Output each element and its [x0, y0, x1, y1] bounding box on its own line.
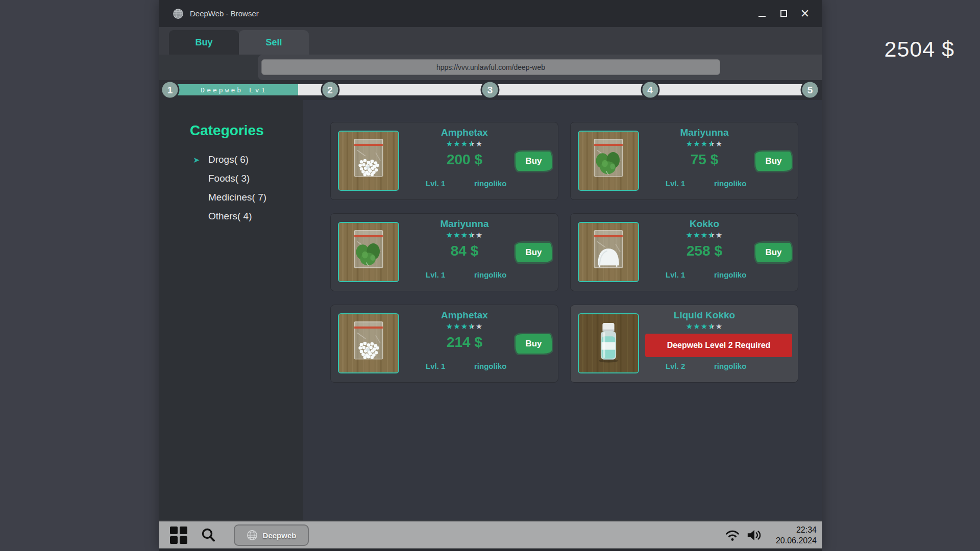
taskbar: Deepweb 22:34 20.06.2024: [159, 520, 822, 548]
buy-button[interactable]: Buy: [516, 152, 552, 171]
product-grid: Amphetax ★★★★★★ 200 $ Buy Lvl. 1 ringoli…: [330, 122, 798, 383]
product-seller: ringoliko: [714, 362, 746, 370]
maximize-icon: [780, 10, 787, 17]
product-name: Amphetax: [399, 127, 530, 138]
category-label: Drogs( 6): [208, 154, 249, 165]
level-step-5: 5: [801, 81, 820, 99]
categories-list: ➤ Drogs( 6) ➤ Foods( 3) ➤ Medicines( 7) …: [159, 150, 303, 226]
minimize-button[interactable]: [756, 8, 768, 19]
level-required-banner: Deepweb Level 2 Required: [645, 334, 792, 357]
product-seller: ringoliko: [714, 270, 746, 279]
deepweb-browser-window: DeepWeb - Browser ✕ Buy Sell hpps://vvv.…: [159, 0, 822, 551]
tab-sell[interactable]: Sell: [239, 30, 309, 55]
product-level: Lvl. 2: [666, 362, 685, 370]
product-level: Lvl. 1: [666, 270, 685, 279]
buy-button[interactable]: Buy: [755, 152, 792, 171]
product-price: 75 $: [639, 152, 770, 168]
product-level: Lvl. 1: [426, 270, 445, 279]
product-card: Mariyunna ★★★★★★ 84 $ Buy Lvl. 1 ringoli…: [330, 213, 558, 291]
screen-bottom-edge: [159, 548, 822, 551]
globe-icon: [173, 8, 184, 19]
level-step-4: 4: [641, 81, 659, 99]
level-label: Deepweb Lv1: [201, 86, 267, 94]
taskbar-app-deepweb[interactable]: Deepweb: [234, 524, 309, 546]
deepweb-level-row: Deepweb Lv1 1 2 3 4 5: [159, 80, 822, 100]
level-progress-track: Deepweb Lv1 1 2 3 4 5: [170, 84, 810, 95]
address-band: hpps://vvv.unlawful.com/deep-web: [159, 55, 822, 80]
product-price: 258 $: [639, 243, 770, 259]
product-price: 84 $: [399, 243, 530, 259]
rating-stars: ★★★★★★: [639, 322, 770, 331]
rating-stars: ★★★★★★: [639, 139, 770, 148]
category-item-others[interactable]: ➤ Others( 4): [159, 207, 303, 226]
product-name: Mariyunna: [399, 218, 530, 230]
product-level: Lvl. 1: [426, 179, 445, 188]
rating-stars: ★★★★★★: [399, 322, 530, 331]
level-step-2: 2: [321, 81, 339, 99]
product-name: Amphetax: [399, 310, 530, 321]
product-level: Lvl. 1: [426, 362, 445, 370]
start-grid-icon: [170, 536, 178, 544]
close-button[interactable]: ✕: [799, 8, 811, 19]
product-name: Liquid Kokko: [639, 310, 770, 321]
clock-date: 20.06.2024: [776, 535, 817, 546]
product-listing: Amphetax ★★★★★★ 200 $ Buy Lvl. 1 ringoli…: [303, 100, 822, 520]
maximize-button[interactable]: [778, 8, 789, 19]
globe-icon: [247, 530, 258, 541]
selected-arrow-icon: ➤: [193, 155, 200, 164]
level-progress-fill: Deepweb Lv1: [170, 84, 298, 95]
page-content: Categories ➤ Drogs( 6) ➤ Foods( 3) ➤ Med…: [159, 100, 822, 520]
taskbar-app-label: Deepweb: [263, 531, 297, 540]
close-icon: ✕: [800, 8, 810, 19]
start-grid-icon: [180, 527, 187, 534]
start-grid-icon: [170, 527, 178, 534]
product-name: Kokko: [639, 218, 770, 230]
tab-row: Buy Sell: [159, 27, 822, 55]
wifi-icon[interactable]: [725, 528, 740, 542]
product-seller: ringoliko: [474, 270, 506, 279]
product-seller: ringoliko: [474, 179, 506, 188]
product-seller: ringoliko: [714, 179, 746, 188]
category-label: Medicines( 7): [208, 192, 266, 203]
level-step-3: 3: [481, 81, 500, 99]
product-card: Amphetax ★★★★★★ 200 $ Buy Lvl. 1 ringoli…: [330, 122, 558, 200]
rating-stars: ★★★★★★: [639, 231, 770, 240]
buy-button[interactable]: Buy: [516, 334, 552, 354]
product-card: Mariyunna ★★★★★★ 75 $ Buy Lvl. 1 ringoli…: [570, 122, 798, 200]
volume-icon[interactable]: [746, 528, 763, 542]
category-item-foods[interactable]: ➤ Foods( 3): [159, 169, 303, 188]
product-card: Amphetax ★★★★★★ 214 $ Buy Lvl. 1 ringoli…: [330, 305, 558, 383]
product-name: Mariyunna: [639, 127, 770, 138]
taskbar-clock[interactable]: 22:34 20.06.2024: [776, 524, 817, 546]
product-image-rock-baggie: [578, 222, 639, 282]
tab-buy[interactable]: Buy: [169, 30, 239, 55]
product-image-liquid-vial: [578, 313, 639, 373]
product-level: Lvl. 1: [666, 179, 685, 188]
product-image-pills-baggie: [338, 313, 399, 373]
buy-button[interactable]: Buy: [516, 243, 552, 262]
start-button[interactable]: [170, 527, 187, 544]
product-seller: ringoliko: [474, 362, 506, 370]
categories-title: Categories: [190, 122, 264, 139]
product-card-locked: Liquid Kokko ★★★★★★ Deepweb Level 2 Requ…: [570, 305, 798, 383]
search-icon[interactable]: [200, 527, 216, 543]
minimize-icon: [758, 16, 766, 17]
product-price: 214 $: [399, 334, 530, 350]
window-title: DeepWeb - Browser: [190, 9, 259, 18]
player-money: 2504 $: [884, 37, 954, 62]
categories-sidebar: Categories ➤ Drogs( 6) ➤ Foods( 3) ➤ Med…: [159, 100, 303, 520]
url-bar[interactable]: hpps://vvv.unlawful.com/deep-web: [261, 59, 720, 75]
buy-button[interactable]: Buy: [755, 243, 792, 262]
product-image-weed-baggie: [578, 131, 639, 191]
category-item-medicines[interactable]: ➤ Medicines( 7): [159, 188, 303, 207]
product-image-pills-baggie: [338, 131, 399, 191]
category-label: Foods( 3): [208, 173, 250, 184]
window-titlebar: DeepWeb - Browser ✕: [159, 0, 822, 27]
rating-stars: ★★★★★★: [399, 139, 530, 148]
category-label: Others( 4): [208, 211, 252, 222]
category-item-drogs[interactable]: ➤ Drogs( 6): [159, 150, 303, 169]
start-grid-icon: [180, 536, 187, 544]
product-card: Kokko ★★★★★★ 258 $ Buy Lvl. 1 ringoliko: [570, 213, 798, 291]
clock-time: 22:34: [776, 524, 817, 535]
product-image-weed-baggie: [338, 222, 399, 282]
